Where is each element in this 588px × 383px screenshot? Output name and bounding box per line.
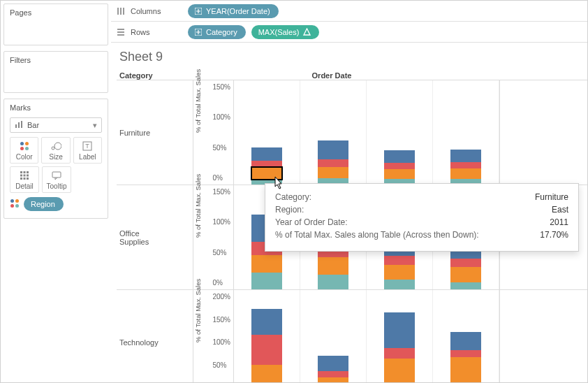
- region-pill[interactable]: Region: [24, 197, 64, 211]
- columns-icon: [117, 7, 126, 15]
- rows-category-label: Category: [206, 28, 237, 36]
- stacked-bar[interactable]: [318, 140, 348, 185]
- tooltip-pct-key: % of Total Max. Sales along Table (Acros…: [275, 230, 479, 240]
- stacked-bar[interactable]: [318, 356, 348, 383]
- chart-row-furniture: Furniture% of Total Max. Sales150%100%50…: [117, 80, 587, 185]
- bar-segment-south[interactable]: [251, 161, 282, 168]
- bar-column: [433, 80, 499, 185]
- y-ticks: 200%150%100%50%0%: [212, 290, 230, 383]
- bar-segment-west[interactable]: [318, 356, 348, 371]
- svg-rect-13: [20, 178, 22, 180]
- bar-segment-south[interactable]: [318, 371, 348, 377]
- marks-size-button[interactable]: Size: [41, 137, 70, 164]
- marks-label: Marks: [10, 103, 102, 112]
- svg-rect-16: [52, 172, 61, 178]
- stacked-bar[interactable]: [450, 332, 481, 383]
- sheet-title[interactable]: Sheet 9: [119, 50, 587, 64]
- marks-label-button[interactable]: T Label: [73, 137, 102, 164]
- y-axis-title: % of Total Max. Sales: [194, 173, 202, 237]
- tooltip-region-key: Region:: [275, 205, 304, 215]
- row-label[interactable]: Technology: [117, 290, 193, 383]
- marks-detail-label: Detail: [15, 182, 34, 190]
- svg-rect-12: [27, 174, 29, 176]
- bar-segment-west[interactable]: [251, 309, 282, 335]
- bar-segment-west[interactable]: [450, 150, 481, 162]
- marks-color-button[interactable]: Color: [10, 137, 38, 164]
- bar-segment-east[interactable]: [318, 167, 348, 179]
- marks-tooltip-button[interactable]: Tooltip: [42, 166, 71, 193]
- y-ticks: 150%100%50%0%: [212, 80, 230, 185]
- bar-column: [433, 290, 499, 383]
- bar-segment-south[interactable]: [318, 159, 348, 167]
- bar-segment-east[interactable]: [384, 169, 415, 180]
- bar-segment-south[interactable]: [450, 350, 481, 358]
- bar-segment-west[interactable]: [384, 312, 415, 348]
- orderdate-header: Order Date: [234, 71, 429, 80]
- stacked-bar[interactable]: [384, 150, 415, 185]
- bar-segment-south[interactable]: [450, 162, 481, 168]
- bar-segment-west[interactable]: [384, 150, 415, 163]
- bar-segment-south[interactable]: [384, 163, 415, 169]
- stacked-bar[interactable]: [251, 309, 282, 383]
- filters-shelf[interactable]: Filters: [3, 51, 108, 93]
- bar-segment-west[interactable]: [318, 140, 348, 159]
- bar-column: [367, 80, 433, 185]
- columns-shelf[interactable]: Columns YEAR(Order Date): [111, 1, 587, 22]
- rows-maxsales-pill[interactable]: MAX(Sales): [251, 25, 320, 39]
- svg-rect-14: [24, 178, 26, 180]
- y-axis[interactable]: % of Total Max. Sales150%100%50%0%: [193, 185, 234, 289]
- bar-segment-east[interactable]: [450, 357, 481, 383]
- table-calc-icon: [303, 28, 311, 36]
- bar-segment-central[interactable]: [384, 280, 415, 289]
- bar-segment-east[interactable]: [251, 167, 282, 179]
- svg-rect-22: [117, 31, 124, 33]
- y-axis[interactable]: % of Total Max. Sales200%150%100%50%0%: [193, 290, 234, 383]
- marks-type-dropdown[interactable]: Bar ▾: [10, 117, 102, 133]
- y-axis-title: % of Total Max. Sales: [194, 278, 202, 342]
- pages-shelf[interactable]: Pages: [3, 3, 108, 45]
- svg-rect-9: [27, 171, 29, 173]
- columns-label: Columns: [131, 7, 161, 15]
- chart-row-technology: Technology% of Total Max. Sales200%150%1…: [117, 289, 587, 383]
- rows-label: Rows: [131, 28, 150, 36]
- svg-rect-21: [117, 29, 124, 30]
- row-label[interactable]: Furniture: [117, 80, 193, 185]
- bar-segment-east[interactable]: [450, 267, 481, 282]
- marks-type-value: Bar: [27, 121, 39, 129]
- bar-segment-central[interactable]: [450, 282, 481, 289]
- svg-rect-15: [27, 178, 29, 180]
- tooltip-category-key: Category:: [275, 192, 311, 202]
- columns-year-pill[interactable]: YEAR(Order Date): [188, 4, 279, 18]
- bar-segment-south[interactable]: [384, 348, 415, 359]
- svg-rect-0: [15, 124, 17, 128]
- bar-segment-east[interactable]: [318, 257, 348, 274]
- tooltip-pct-val: 17.70%: [540, 230, 568, 240]
- bar-segment-central[interactable]: [318, 275, 348, 289]
- bar-segment-south[interactable]: [384, 256, 415, 265]
- row-label[interactable]: OfficeSupplies: [117, 185, 193, 289]
- bar-segment-south[interactable]: [251, 335, 282, 366]
- svg-rect-18: [120, 8, 122, 15]
- bar-segment-west[interactable]: [450, 332, 481, 350]
- bar-segment-east[interactable]: [450, 168, 481, 180]
- bar-column: [300, 80, 367, 185]
- rows-category-pill[interactable]: Category: [188, 25, 246, 39]
- bar-segment-south[interactable]: [450, 259, 481, 267]
- rows-maxsales-label: MAX(Sales): [258, 28, 300, 36]
- bar-segment-east[interactable]: [251, 365, 282, 383]
- bar-segment-east[interactable]: [384, 359, 415, 383]
- marks-detail-button[interactable]: Detail: [10, 166, 39, 193]
- bar-segment-east[interactable]: [251, 255, 282, 272]
- bar-segment-central[interactable]: [251, 273, 282, 289]
- stacked-bar[interactable]: [450, 150, 481, 185]
- bar-segment-east[interactable]: [384, 265, 415, 280]
- stacked-bar[interactable]: [384, 312, 415, 383]
- stacked-bar[interactable]: [251, 147, 282, 185]
- bar-segment-east[interactable]: [318, 377, 348, 383]
- tooltip-icon: [52, 170, 61, 181]
- category-header: Category: [117, 71, 193, 80]
- rows-shelf[interactable]: Rows Category MAX(Sales): [111, 22, 587, 43]
- y-axis[interactable]: % of Total Max. Sales150%100%50%0%: [193, 80, 234, 185]
- size-icon: [50, 140, 61, 152]
- bar-segment-west[interactable]: [251, 147, 282, 161]
